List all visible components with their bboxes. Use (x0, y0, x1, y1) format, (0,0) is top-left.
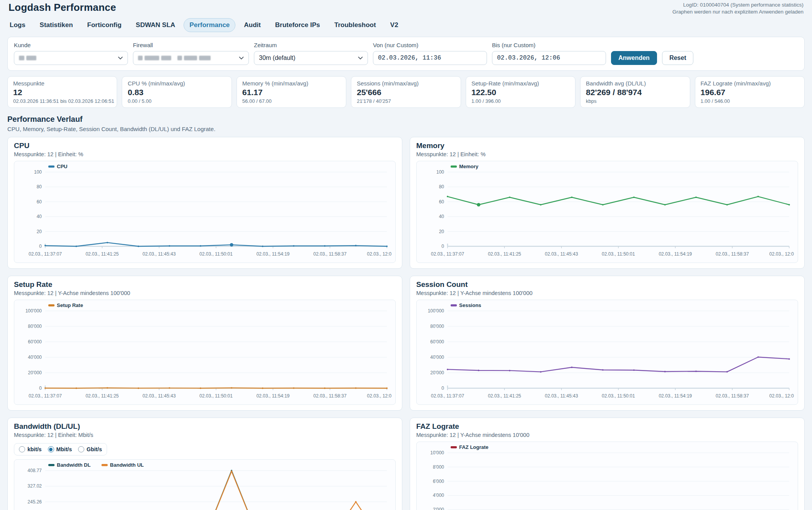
radio-gbit[interactable]: Gbit/s (78, 446, 102, 452)
tab-sdwan-sla[interactable]: SDWAN SLA (130, 18, 181, 32)
svg-text:0: 0 (441, 385, 444, 391)
svg-text:80'000: 80'000 (28, 324, 42, 329)
faz-lograte-line-chart: 10'0008'0006'0004'0002'000002.03., 11:37… (419, 443, 795, 510)
stat-card-bandwidth: Bandwidth avg (DL/UL) 82'269 / 88'974 kb… (580, 76, 690, 108)
radio-gbit-circle[interactable] (78, 446, 84, 452)
charts-grid: CPU Messpunkte: 12 | Einheit: % 10080604… (7, 137, 805, 510)
tab-troubleshoot[interactable]: Troubleshoot (329, 18, 382, 32)
svg-text:245.26: 245.26 (27, 499, 42, 505)
svg-text:02.03., 11:58:37: 02.03., 11:58:37 (313, 393, 347, 399)
chart-legend: FAZ Lograte (451, 444, 489, 450)
logid-line2: Graphen werden nur nach explizitem Anwen… (672, 9, 803, 15)
chart-subtitle-faz-lograte: Messpunkte: 12 | Y-Achse mindestens 10'0… (416, 432, 798, 438)
svg-text:Sessions: Sessions (459, 302, 481, 308)
chart-subtitle-setup-rate: Messpunkte: 12 | Y-Achse mindestens 100'… (14, 290, 396, 296)
chart-title-bandwidth: Bandwidth (DL/UL) (14, 422, 396, 431)
chart-title-session-count: Session Count (416, 280, 798, 289)
bandwidth-chart-panel: 408.77327.02245.26163.5181.75002.03., 11… (14, 459, 396, 510)
chart-card-memory: Memory Messpunkte: 12 | Einheit: % 10080… (410, 137, 805, 269)
svg-text:60'000: 60'000 (28, 339, 42, 345)
svg-text:02.03., 11:50:01: 02.03., 11:50:01 (602, 251, 635, 257)
tab-logs[interactable]: Logs (4, 18, 31, 32)
nav-tabs: Logs Statistiken Forticonfig SDWAN SLA P… (0, 15, 812, 36)
svg-text:02.03., 11:45:43: 02.03., 11:45:43 (545, 393, 578, 399)
stat-card-setup-rate: Setup-Rate (min/max/avg) 122.50 1.00 / 3… (466, 76, 575, 108)
chart-legend: Sessions (451, 302, 481, 308)
von-label: Von (nur Custom) (373, 42, 487, 48)
section-title: Performance Verlauf (7, 115, 805, 124)
svg-text:02.03., 11:50:01: 02.03., 11:50:01 (602, 393, 635, 399)
svg-text:100: 100 (34, 169, 42, 175)
svg-text:02.03., 12:0: 02.03., 12:0 (769, 393, 794, 399)
tab-audit[interactable]: Audit (238, 18, 266, 32)
session-count-line-chart: 100'00080'00060'00040'00020'000002.03., … (419, 302, 795, 404)
kunde-redacted-value (19, 56, 36, 60)
chart-title-setup-rate: Setup Rate (14, 280, 396, 289)
svg-text:02.03., 11:41:25: 02.03., 11:41:25 (85, 393, 119, 399)
chart-subtitle-cpu: Messpunkte: 12 | Einheit: % (14, 151, 396, 157)
kunde-select[interactable] (14, 51, 128, 65)
svg-text:6'000: 6'000 (433, 479, 444, 484)
svg-text:02.03., 11:37:07: 02.03., 11:37:07 (29, 251, 62, 257)
svg-text:408.77: 408.77 (27, 468, 42, 473)
setup-rate-line-chart: 100'00080'00060'00040'00020'000002.03., … (17, 302, 393, 404)
radio-mbit-circle[interactable] (48, 446, 54, 452)
tab-performance[interactable]: Performance (184, 18, 235, 32)
stat-card-messpunkte: Messpunkte 12 02.03.2026 11:36:51 bis 02… (7, 76, 117, 108)
chart-title-memory: Memory (416, 142, 798, 150)
svg-text:02.03., 11:58:37: 02.03., 11:58:37 (313, 251, 347, 257)
section-subtitle: CPU, Memory, Setup-Rate, Session Count, … (7, 126, 805, 132)
von-input[interactable] (373, 51, 487, 65)
tab-statistiken[interactable]: Statistiken (34, 18, 79, 32)
svg-text:60: 60 (37, 199, 42, 205)
radio-mbit[interactable]: Mbit/s (48, 446, 72, 452)
svg-text:20: 20 (37, 229, 42, 234)
svg-text:02.03., 11:45:43: 02.03., 11:45:43 (143, 251, 176, 257)
svg-text:0: 0 (39, 244, 42, 249)
chart-legend: Setup Rate (48, 302, 83, 308)
svg-text:02.03., 11:54:19: 02.03., 11:54:19 (659, 393, 692, 399)
radio-kbit[interactable]: kbit/s (19, 446, 42, 452)
bis-label: Bis (nur Custom) (492, 42, 606, 48)
anwenden-button[interactable]: Anwenden (611, 51, 657, 65)
reset-button[interactable]: Reset (662, 51, 694, 65)
zeitraum-value: 30m (default) (259, 55, 295, 61)
memory-chart-panel: 10080604020002.03., 11:37:0702.03., 11:4… (416, 161, 798, 263)
firewall-label: Firewall (133, 42, 249, 48)
svg-text:02.03., 11:37:07: 02.03., 11:37:07 (29, 393, 62, 399)
svg-text:60: 60 (439, 199, 444, 205)
svg-text:8'000: 8'000 (433, 464, 444, 470)
svg-text:100'000: 100'000 (26, 308, 42, 314)
svg-text:Bandwidth DL: Bandwidth DL (57, 462, 90, 468)
svg-text:10'000: 10'000 (430, 450, 444, 455)
svg-text:02.03., 11:41:25: 02.03., 11:41:25 (488, 251, 521, 257)
chart-subtitle-bandwidth: Messpunkte: 12 | Einheit: Mbit/s (14, 432, 396, 438)
radio-kbit-circle[interactable] (19, 446, 25, 452)
chart-title-cpu: CPU (14, 142, 396, 150)
cpu-chart-panel: 10080604020002.03., 11:37:0702.03., 11:4… (14, 161, 396, 263)
tab-forticonfig[interactable]: Forticonfig (82, 18, 128, 32)
svg-text:Setup Rate: Setup Rate (57, 302, 83, 308)
chart-legend: CPU (48, 164, 67, 169)
svg-text:2'000: 2'000 (433, 507, 444, 510)
svg-text:02.03., 11:58:37: 02.03., 11:58:37 (716, 393, 749, 399)
svg-text:4'000: 4'000 (433, 493, 444, 498)
svg-text:02.03., 11:54:19: 02.03., 11:54:19 (256, 393, 289, 399)
bis-input[interactable] (492, 51, 606, 65)
zeitraum-select[interactable]: 30m (default) (254, 51, 368, 65)
svg-text:60'000: 60'000 (430, 339, 444, 345)
svg-text:02.03., 11:58:37: 02.03., 11:58:37 (716, 251, 749, 257)
firewall-select[interactable] (133, 51, 249, 65)
svg-text:02.03., 11:54:19: 02.03., 11:54:19 (256, 251, 289, 257)
tab-bruteforce-ips[interactable]: Bruteforce IPs (269, 18, 326, 32)
stat-card-cpu: CPU % (min/max/avg) 0.83 0.00 / 5.00 (122, 76, 232, 108)
topbar: Logdash Performance LogID: 0100040704 (S… (0, 0, 812, 15)
chart-title-faz-lograte: FAZ Lograte (416, 422, 798, 431)
logid-info: LogID: 0100040704 (System performance st… (672, 2, 803, 15)
tab-v2[interactable]: V2 (385, 18, 404, 32)
chart-card-session-count: Session Count Messpunkte: 12 | Y-Achse m… (410, 276, 805, 411)
chevron-down-icon (239, 56, 244, 60)
memory-line-chart: 10080604020002.03., 11:37:0702.03., 11:4… (419, 163, 795, 262)
svg-text:02.03., 11:54:19: 02.03., 11:54:19 (659, 251, 692, 257)
svg-text:02.03., 12:0: 02.03., 12:0 (367, 251, 392, 257)
